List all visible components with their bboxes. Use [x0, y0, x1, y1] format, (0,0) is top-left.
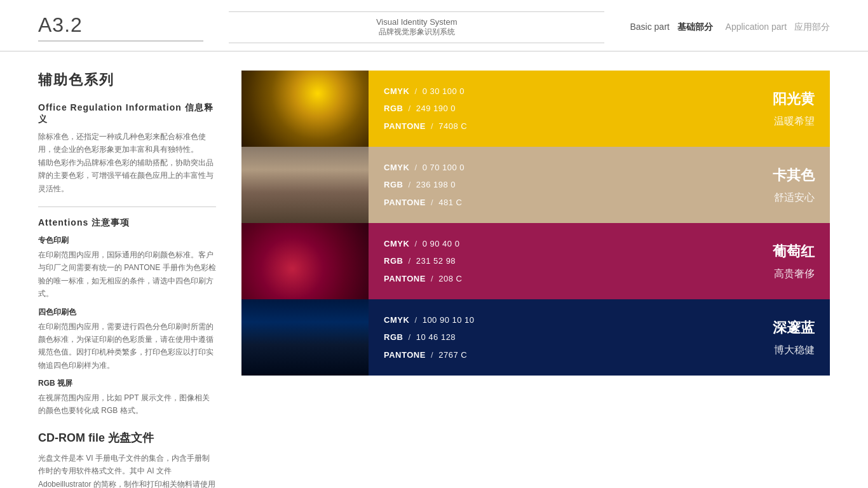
cmyk-line-wine: CMYK / 0 90 40 0	[384, 236, 462, 251]
swatch-info-yellow: CMYK / 0 30 100 0 RGB / 249 190 0 PANTON…	[369, 71, 830, 147]
color-desc-navy: 博大稳健	[774, 344, 815, 357]
rgb-text: 在视屏范围内应用，比如 PPT 展示文件，图像相关的颜色也要转化成 RGB 格式…	[38, 391, 216, 417]
swatch-color-data-khaki: CMYK / 0 70 100 0 RGB / 236 198 0 PANTON…	[384, 158, 465, 212]
pantone-line-yellow: PANTONE / 7408 C	[384, 119, 467, 133]
swatch-row-khaki: CMYK / 0 70 100 0 RGB / 236 198 0 PANTON…	[241, 147, 830, 223]
swatch-color-data-wine: CMYK / 0 90 40 0 RGB / 231 52 98 PANTONE…	[384, 234, 462, 288]
color-desc-yellow: 温暖希望	[774, 115, 815, 128]
sidebar-divider-1	[38, 207, 216, 207]
header-divider	[38, 41, 203, 41]
four-color-title: 四色印刷色	[38, 307, 216, 318]
color-desc-wine: 高贵奢侈	[774, 268, 815, 281]
attention-section: Attentions 注意事项 专色印刷 在印刷范围内应用，国际通用的印刷颜色标…	[38, 217, 216, 417]
swatch-photo-wine	[241, 223, 369, 299]
attention-title: Attentions 注意事项	[38, 217, 216, 229]
cmyk-line-khaki: CMYK / 0 70 100 0	[384, 160, 465, 175]
swatch-photo-navy	[241, 299, 369, 376]
header-nav: Visual Identity System 品牌视觉形象识别系统	[229, 11, 604, 43]
office-section: Office Regulation Information 信息释义 除标准色，…	[38, 102, 216, 195]
section-title: 辅助色系列	[38, 71, 216, 90]
swatch-names-yellow: 阳光黄 温暖希望	[773, 82, 815, 135]
swatch-info-wine: CMYK / 0 90 40 0 RGB / 231 52 98 PANTONE…	[369, 223, 830, 299]
color-name-wine: 葡萄红	[773, 242, 815, 261]
swatch-names-wine: 葡萄红 高贵奢侈	[773, 234, 815, 288]
office-title: Office Regulation Information 信息释义	[38, 102, 216, 125]
rgb-line-khaki: RGB / 236 198 0	[384, 177, 465, 192]
pantone-line-navy: PANTONE / 2767 C	[384, 348, 475, 362]
swatch-info-khaki: CMYK / 0 70 100 0 RGB / 236 198 0 PANTON…	[369, 147, 830, 223]
spot-title: 专色印刷	[38, 235, 216, 246]
page-code: A3.2	[38, 13, 203, 37]
swatch-names-navy: 深邃蓝 博大稳健	[773, 311, 815, 364]
cmyk-line-navy: CMYK / 100 90 10 10	[384, 313, 475, 327]
main-content: 辅助色系列 Office Regulation Information 信息释义…	[0, 51, 868, 488]
basic-part-en: Basic part	[630, 22, 669, 32]
office-text: 除标准色，还指定一种或几种色彩来配合标准色使用，使企业的色彩形象更加丰富和具有独…	[38, 130, 216, 195]
pantone-line-khaki: PANTONE / 481 C	[384, 195, 465, 210]
swatch-image-navy	[241, 299, 369, 376]
swatch-row-yellow: CMYK / 0 30 100 0 RGB / 249 190 0 PANTON…	[241, 71, 830, 147]
app-part-zh: 应用部分	[794, 22, 830, 32]
spot-text: 在印刷范围内应用，国际通用的印刷颜色标准。客户与印厂之间需要有统一的 PANTO…	[38, 248, 216, 301]
swatch-image-wine	[241, 223, 369, 299]
header-right: Basic part 基础部分 Application part 应用部分	[630, 22, 830, 33]
rgb-title: RGB 视屏	[38, 378, 216, 389]
rgb-line-navy: RGB / 10 46 128	[384, 330, 475, 344]
nav-vi-en: Visual Identity System	[376, 17, 458, 27]
header-left: A3.2	[38, 13, 203, 41]
basic-part-zh: 基础部分	[677, 22, 713, 32]
four-color-text: 在印刷范围内应用，需要进行四色分色印刷时所需的颜色标准，为保证印刷的色彩质量，请…	[38, 320, 216, 372]
rgb-line-wine: RGB / 231 52 98	[384, 254, 462, 268]
color-name-yellow: 阳光黄	[773, 90, 815, 109]
swatch-image-khaki	[241, 147, 369, 223]
header: A3.2 Visual Identity System 品牌视觉形象识别系统 B…	[0, 0, 868, 51]
rgb-line-yellow: RGB / 249 190 0	[384, 101, 467, 116]
color-desc-khaki: 舒适安心	[774, 191, 815, 205]
nav-visual-identity[interactable]: Visual Identity System 品牌视觉形象识别系统	[357, 17, 477, 37]
swatch-names-khaki: 卡其色 舒适安心	[773, 158, 815, 212]
swatch-row-navy: CMYK / 100 90 10 10 RGB / 10 46 128 PANT…	[241, 299, 830, 376]
swatch-image-yellow	[241, 71, 369, 147]
app-part: Application part 应用部分	[726, 22, 830, 33]
cmyk-line-yellow: CMYK / 0 30 100 0	[384, 84, 467, 98]
swatch-color-data-yellow: CMYK / 0 30 100 0 RGB / 249 190 0 PANTON…	[384, 82, 467, 135]
swatch-photo-yellow	[241, 71, 369, 147]
swatch-row-wine: CMYK / 0 90 40 0 RGB / 231 52 98 PANTONE…	[241, 223, 830, 299]
swatch-color-data-navy: CMYK / 100 90 10 10 RGB / 10 46 128 PANT…	[384, 311, 475, 364]
pantone-line-wine: PANTONE / 208 C	[384, 271, 462, 286]
cd-text: 光盘文件是本 VI 手册电子文件的集合，内含手册制作时的专用软件格式文件。其中 …	[38, 452, 216, 488]
color-name-navy: 深邃蓝	[773, 318, 815, 337]
nav-vi-zh: 品牌视觉形象识别系统	[379, 27, 455, 37]
swatch-info-navy: CMYK / 100 90 10 10 RGB / 10 46 128 PANT…	[369, 299, 830, 376]
sidebar: 辅助色系列 Office Regulation Information 信息释义…	[38, 71, 216, 488]
app-part-en: Application part	[726, 22, 787, 32]
swatch-photo-khaki	[241, 147, 369, 223]
cd-title: CD-ROM file 光盘文件	[38, 430, 216, 445]
color-swatches: CMYK / 0 30 100 0 RGB / 249 190 0 PANTON…	[241, 71, 830, 488]
color-name-khaki: 卡其色	[773, 166, 815, 185]
basic-part: Basic part 基础部分	[630, 22, 712, 33]
